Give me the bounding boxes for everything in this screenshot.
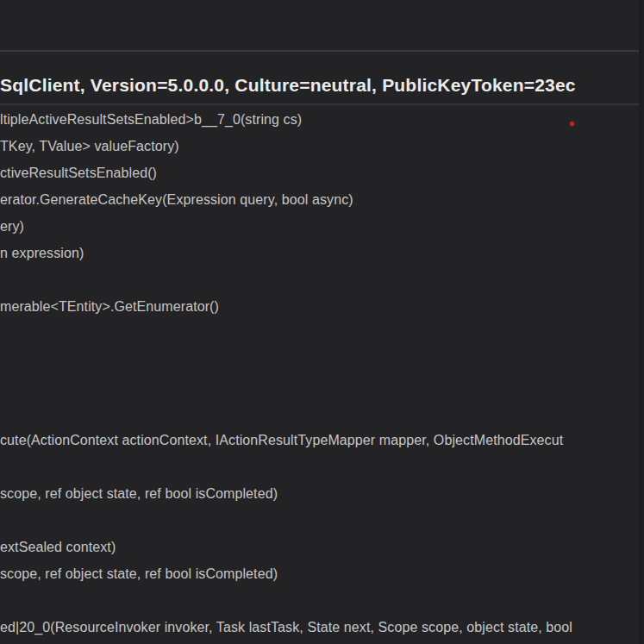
stack-frame-line: extSealed context)	[0, 534, 644, 560]
stack-frame-list: ltipleActiveResultSetsEnabled>b__7_0(str…	[0, 106, 644, 644]
header-bottom-divider	[0, 103, 639, 105]
stack-frame-line: ltipleActiveResultSetsEnabled>b__7_0(str…	[0, 106, 644, 133]
scrollbar-gutter	[639, 0, 644, 644]
stack-frame-line: TKey, TValue> valueFactory)	[0, 133, 644, 159]
header-top-divider	[0, 50, 639, 52]
stack-frame-line	[0, 507, 644, 534]
stack-trace-view: SqlClient, Version=5.0.0.0, Culture=neut…	[0, 0, 644, 644]
stack-frame-line: ctiveResultSetsEnabled()	[0, 159, 644, 186]
stack-frame-line	[0, 453, 644, 480]
stack-frame-line: ery)	[0, 213, 644, 240]
stack-frame-line: cute(ActionContext actionContext, IActio…	[0, 427, 644, 453]
stack-frame-line	[0, 347, 644, 373]
stack-frame-line	[0, 400, 644, 427]
stack-frame-line: n expression)	[0, 240, 644, 266]
stack-frame-line: scope, ref object state, ref bool isComp…	[0, 480, 644, 507]
assembly-header-text: SqlClient, Version=5.0.0.0, Culture=neut…	[0, 72, 644, 98]
stack-frame-line	[0, 266, 644, 293]
stack-frame-line	[0, 587, 644, 614]
stack-frame-line: ed|20_0(ResourceInvoker invoker, Task la…	[0, 614, 644, 641]
stack-frame-line: merable<TEntity>.GetEnumerator()	[0, 293, 644, 320]
stack-frame-line	[0, 373, 644, 400]
stack-frame-line: erator.GenerateCacheKey(Expression query…	[0, 186, 644, 213]
stack-frame-line: scope, ref object state, ref bool isComp…	[0, 560, 644, 587]
stack-frame-line	[0, 320, 644, 347]
